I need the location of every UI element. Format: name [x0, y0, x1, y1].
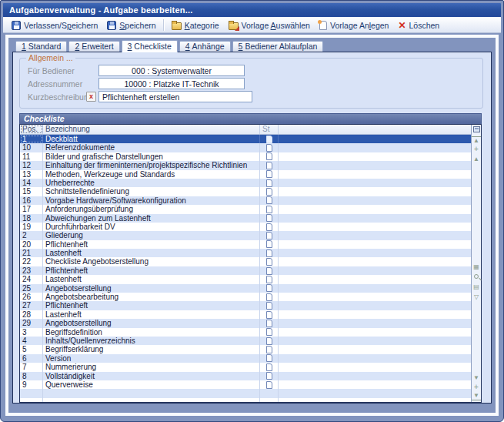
move-down-icon[interactable]: ▼: [472, 374, 481, 382]
table-row[interactable]: 3 Begriffsdefinition: [20, 328, 471, 337]
table-row[interactable]: 1 Deckblatt: [20, 135, 471, 143]
empty-row[interactable]: [20, 389, 471, 397]
filter-icon[interactable]: ▽: [472, 293, 481, 301]
row-pos: 3: [20, 328, 43, 337]
row-pos: 8: [20, 372, 43, 380]
row-bezeichnung: Bilder und grafische Darstellungen: [43, 152, 260, 161]
grid-view-icon[interactable]: ▦: [472, 263, 481, 271]
kategorie-button[interactable]: Kategorie: [167, 18, 224, 32]
table-row[interactable]: 10 Referenzdokumente: [20, 143, 471, 152]
kurzbeschreibung-field[interactable]: Pflichtenheft erstellen: [98, 91, 252, 102]
row-pos: 4: [20, 337, 43, 345]
table-row[interactable]: 13 Methoden, Werkzeuge und Standards: [20, 170, 471, 179]
column-header-bezeichnung[interactable]: Bezeichnung: [43, 125, 260, 134]
table-row[interactable]: 23 Pflichtenheft: [20, 266, 471, 275]
column-header-filler: [279, 125, 471, 134]
row-bezeichnung: Einhaltung der firmeninternen/projektspe…: [43, 161, 260, 169]
toolbar: Verlassen/Speichern Speichern Kategorie …: [3, 17, 501, 33]
insert-row-icon[interactable]: +: [472, 146, 481, 153]
table-row[interactable]: 26 Angebotsbearbeitung: [20, 293, 471, 301]
row-status: [260, 240, 279, 249]
table-row[interactable]: 19 Durchführbarkeit DV: [20, 223, 471, 231]
list-details-icon[interactable]: ▤: [472, 283, 481, 291]
table-row[interactable]: 14 Urheberrechte: [20, 179, 471, 187]
column-header-st[interactable]: St: [260, 125, 279, 134]
empty-row[interactable]: [20, 398, 471, 402]
checkliste-section-header: Checkliste: [19, 113, 482, 124]
column-header-pos[interactable]: Pos.: [20, 125, 43, 134]
document-icon: [266, 346, 272, 353]
tab-checkliste[interactable]: 3 Checkliste: [122, 40, 178, 52]
row-pos: 5: [20, 345, 43, 353]
clear-field-button[interactable]: x: [86, 92, 96, 102]
folder-template-icon: [229, 22, 239, 30]
tab-erweitert[interactable]: 2 Erweitert: [68, 41, 119, 52]
scroll-top-icon[interactable]: ▲: [472, 136, 481, 145]
folder-open-icon: [172, 22, 182, 30]
table-row[interactable]: 18 Abweichungen zum Lastenheft: [20, 214, 471, 223]
add-row-icon[interactable]: +: [472, 383, 481, 391]
table-row[interactable]: 29 Angebotserstellung: [20, 319, 471, 327]
table-row[interactable]: 28 Lastenheft: [20, 310, 471, 319]
table-row[interactable]: 24 Lastenheft: [20, 275, 471, 283]
fuer-bediener-field[interactable]: 000 : Systemverwalter: [98, 65, 245, 76]
fuer-bediener-label: Für Bediener: [26, 66, 86, 75]
row-status: [260, 170, 279, 179]
verlassen-speichern-button[interactable]: Verlassen/Speichern: [7, 18, 102, 32]
table-row[interactable]: 21 Lastenheft: [20, 249, 471, 257]
search-icon[interactable]: [474, 274, 479, 279]
row-status: [260, 152, 279, 161]
table-row[interactable]: 15 Schnittstellendefinierung: [20, 187, 471, 196]
table-row[interactable]: 5 Begriffserklärung: [20, 345, 471, 353]
row-pos: 26: [20, 293, 43, 301]
tab-bediener-ablaufplan[interactable]: 5 Bediener Ablaufplan: [232, 41, 324, 52]
tab-anhaenge[interactable]: 4 Anhänge: [179, 41, 231, 52]
document-icon: [266, 276, 272, 283]
document-icon: [266, 354, 272, 362]
table-row[interactable]: 16 Vorgabe Hardware/Softwarekonfiguratio…: [20, 196, 471, 205]
table-row[interactable]: 25 Angebotserstellung: [20, 284, 471, 293]
row-bezeichnung: Referenzdokumente: [43, 143, 260, 152]
row-status: [260, 310, 279, 319]
row-pos: 13: [20, 170, 43, 179]
table-row[interactable]: 2 Gliederung: [20, 231, 471, 239]
table-row[interactable]: 20 Pflichtenheft: [20, 240, 471, 249]
row-bezeichnung: Querverweise: [43, 380, 260, 389]
table-row[interactable]: 17 Anforderungsüberprüfung: [20, 205, 471, 213]
loeschen-button[interactable]: ✕ Löschen: [393, 18, 444, 32]
row-bezeichnung: Gliederung: [43, 231, 260, 239]
speichern-button[interactable]: Speichern: [102, 18, 160, 32]
table-row[interactable]: 4 Inhalts/Quellenverzeichnis: [20, 337, 471, 345]
adressnummer-field[interactable]: 10000 : Platzke IT-Technik: [98, 78, 245, 89]
row-status: [260, 293, 279, 301]
tab-standard[interactable]: 1 Standard: [15, 41, 67, 52]
row-pos: 15: [20, 187, 43, 196]
row-pos: 17: [20, 205, 43, 213]
row-status: [260, 249, 279, 257]
row-pos: 20: [20, 240, 43, 249]
table-row[interactable]: 6 Version: [20, 354, 471, 363]
row-status: [260, 301, 279, 310]
table-row[interactable]: 12 Einhaltung der firmeninternen/projekt…: [20, 161, 471, 169]
table-row[interactable]: 22 Checkliste Angebotserstellung: [20, 257, 471, 266]
row-bezeichnung: Pflichtenheft: [43, 266, 260, 275]
move-up-icon[interactable]: ▲: [472, 156, 481, 163]
document-icon: [266, 328, 272, 336]
column-chooser-icon[interactable]: [473, 126, 480, 132]
grid-side-toolbar: ▲ + ▲ ▦ ▤ ▽ ▼ + ▼: [471, 125, 481, 402]
table-row[interactable]: 7 Nummerierung: [20, 363, 471, 371]
table-row[interactable]: 27 Pflichtenheft: [20, 301, 471, 310]
row-bezeichnung: Lastenheft: [43, 249, 260, 257]
row-bezeichnung: Angebotserstellung: [43, 284, 260, 293]
row-status: [260, 328, 279, 337]
scroll-bottom-icon[interactable]: ▼: [472, 392, 481, 400]
table-row[interactable]: 8 Vollständigkeit: [20, 372, 471, 380]
row-bezeichnung: Angebotsbearbeitung: [43, 293, 260, 301]
vorlage-anlegen-button[interactable]: Vorlage Anlegen: [315, 18, 394, 32]
row-pos: 7: [20, 363, 43, 371]
table-row[interactable]: 9 Querverweise: [20, 380, 471, 389]
document-icon: [266, 381, 272, 389]
table-row[interactable]: 11 Bilder und grafische Darstellungen: [20, 152, 471, 161]
row-status: [260, 196, 279, 205]
vorlage-auswaehlen-button[interactable]: Vorlage Auswählen: [224, 18, 315, 32]
